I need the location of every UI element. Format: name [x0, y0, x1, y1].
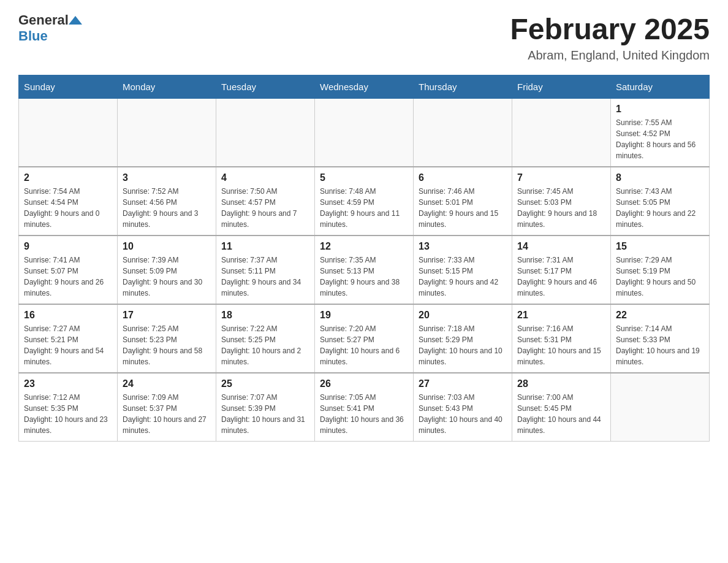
calendar-cell [216, 99, 315, 167]
day-number: 24 [123, 378, 211, 389]
calendar-week-row: 9Sunrise: 7:41 AMSunset: 5:07 PMDaylight… [19, 236, 710, 304]
calendar-cell [611, 373, 710, 442]
day-number: 3 [123, 172, 211, 183]
day-number: 11 [221, 241, 309, 252]
location-subtitle: Abram, England, United Kingdom [510, 48, 710, 63]
day-number: 6 [419, 172, 507, 183]
day-number: 1 [616, 104, 704, 115]
day-info: Sunrise: 7:14 AMSunset: 5:33 PMDaylight:… [616, 323, 704, 367]
day-info: Sunrise: 7:48 AMSunset: 4:59 PMDaylight:… [320, 186, 408, 230]
calendar-cell: 27Sunrise: 7:03 AMSunset: 5:43 PMDayligh… [414, 373, 512, 442]
day-info: Sunrise: 7:43 AMSunset: 5:05 PMDaylight:… [616, 186, 704, 230]
calendar-cell: 21Sunrise: 7:16 AMSunset: 5:31 PMDayligh… [512, 304, 611, 373]
calendar-cell [19, 99, 118, 167]
calendar-cell: 11Sunrise: 7:37 AMSunset: 5:11 PMDayligh… [216, 236, 315, 304]
calendar-cell [118, 99, 216, 167]
weekday-header-saturday: Saturday [611, 75, 710, 99]
day-number: 21 [517, 310, 605, 321]
day-info: Sunrise: 7:00 AMSunset: 5:45 PMDaylight:… [517, 392, 605, 436]
day-number: 14 [517, 241, 605, 252]
day-info: Sunrise: 7:09 AMSunset: 5:37 PMDaylight:… [123, 392, 211, 436]
day-info: Sunrise: 7:54 AMSunset: 4:54 PMDaylight:… [24, 186, 112, 230]
day-info: Sunrise: 7:22 AMSunset: 5:25 PMDaylight:… [221, 323, 309, 367]
page-header: General Blue February 2025 Abram, Englan… [18, 12, 710, 63]
calendar-cell: 17Sunrise: 7:25 AMSunset: 5:23 PMDayligh… [118, 304, 216, 373]
calendar-cell: 14Sunrise: 7:31 AMSunset: 5:17 PMDayligh… [512, 236, 611, 304]
calendar-cell: 26Sunrise: 7:05 AMSunset: 5:41 PMDayligh… [315, 373, 414, 442]
day-number: 9 [24, 241, 112, 252]
calendar-cell: 9Sunrise: 7:41 AMSunset: 5:07 PMDaylight… [19, 236, 118, 304]
calendar-week-row: 16Sunrise: 7:27 AMSunset: 5:21 PMDayligh… [19, 304, 710, 373]
day-info: Sunrise: 7:39 AMSunset: 5:09 PMDaylight:… [123, 255, 211, 299]
calendar-cell: 23Sunrise: 7:12 AMSunset: 5:35 PMDayligh… [19, 373, 118, 442]
day-info: Sunrise: 7:37 AMSunset: 5:11 PMDaylight:… [221, 255, 309, 299]
calendar-cell: 20Sunrise: 7:18 AMSunset: 5:29 PMDayligh… [414, 304, 512, 373]
day-number: 13 [419, 241, 507, 252]
calendar-cell: 15Sunrise: 7:29 AMSunset: 5:19 PMDayligh… [611, 236, 710, 304]
day-info: Sunrise: 7:52 AMSunset: 4:56 PMDaylight:… [123, 186, 211, 230]
calendar-week-row: 23Sunrise: 7:12 AMSunset: 5:35 PMDayligh… [19, 373, 710, 442]
day-number: 22 [616, 310, 704, 321]
calendar-cell: 2Sunrise: 7:54 AMSunset: 4:54 PMDaylight… [19, 167, 118, 236]
calendar-week-row: 1Sunrise: 7:55 AMSunset: 4:52 PMDaylight… [19, 99, 710, 167]
weekday-header-friday: Friday [512, 75, 611, 99]
calendar-cell: 8Sunrise: 7:43 AMSunset: 5:05 PMDaylight… [611, 167, 710, 236]
logo-general-text: General [18, 12, 69, 28]
weekday-header-row: SundayMondayTuesdayWednesdayThursdayFrid… [19, 75, 710, 99]
day-number: 8 [616, 172, 704, 183]
day-info: Sunrise: 7:35 AMSunset: 5:13 PMDaylight:… [320, 255, 408, 299]
day-number: 2 [24, 172, 112, 183]
weekday-header-thursday: Thursday [414, 75, 512, 99]
day-number: 27 [419, 378, 507, 389]
day-number: 5 [320, 172, 408, 183]
logo-blue-text: Blue [18, 28, 48, 44]
day-number: 26 [320, 378, 408, 389]
svg-marker-0 [69, 16, 82, 25]
calendar-cell: 6Sunrise: 7:46 AMSunset: 5:01 PMDaylight… [414, 167, 512, 236]
calendar-cell: 28Sunrise: 7:00 AMSunset: 5:45 PMDayligh… [512, 373, 611, 442]
logo-triangle-icon [69, 13, 82, 27]
day-info: Sunrise: 7:55 AMSunset: 4:52 PMDaylight:… [616, 117, 704, 161]
calendar-cell [315, 99, 414, 167]
day-number: 19 [320, 310, 408, 321]
day-info: Sunrise: 7:50 AMSunset: 4:57 PMDaylight:… [221, 186, 309, 230]
calendar-week-row: 2Sunrise: 7:54 AMSunset: 4:54 PMDaylight… [19, 167, 710, 236]
day-info: Sunrise: 7:20 AMSunset: 5:27 PMDaylight:… [320, 323, 408, 367]
day-info: Sunrise: 7:16 AMSunset: 5:31 PMDaylight:… [517, 323, 605, 367]
day-number: 25 [221, 378, 309, 389]
calendar-cell: 12Sunrise: 7:35 AMSunset: 5:13 PMDayligh… [315, 236, 414, 304]
calendar-cell: 22Sunrise: 7:14 AMSunset: 5:33 PMDayligh… [611, 304, 710, 373]
day-number: 7 [517, 172, 605, 183]
day-number: 12 [320, 241, 408, 252]
calendar-cell: 25Sunrise: 7:07 AMSunset: 5:39 PMDayligh… [216, 373, 315, 442]
calendar-cell: 7Sunrise: 7:45 AMSunset: 5:03 PMDaylight… [512, 167, 611, 236]
title-section: February 2025 Abram, England, United Kin… [510, 12, 710, 63]
calendar-cell: 24Sunrise: 7:09 AMSunset: 5:37 PMDayligh… [118, 373, 216, 442]
month-title: February 2025 [510, 12, 710, 46]
day-number: 28 [517, 378, 605, 389]
day-info: Sunrise: 7:29 AMSunset: 5:19 PMDaylight:… [616, 255, 704, 299]
day-info: Sunrise: 7:27 AMSunset: 5:21 PMDaylight:… [24, 323, 112, 367]
calendar-cell: 18Sunrise: 7:22 AMSunset: 5:25 PMDayligh… [216, 304, 315, 373]
weekday-header-monday: Monday [118, 75, 216, 99]
day-number: 23 [24, 378, 112, 389]
weekday-header-wednesday: Wednesday [315, 75, 414, 99]
day-number: 16 [24, 310, 112, 321]
day-info: Sunrise: 7:07 AMSunset: 5:39 PMDaylight:… [221, 392, 309, 436]
day-number: 4 [221, 172, 309, 183]
weekday-header-sunday: Sunday [19, 75, 118, 99]
calendar-cell: 1Sunrise: 7:55 AMSunset: 4:52 PMDaylight… [611, 99, 710, 167]
calendar-cell [414, 99, 512, 167]
calendar-cell: 16Sunrise: 7:27 AMSunset: 5:21 PMDayligh… [19, 304, 118, 373]
logo: General Blue [18, 12, 82, 44]
day-info: Sunrise: 7:03 AMSunset: 5:43 PMDaylight:… [419, 392, 507, 436]
calendar-table: SundayMondayTuesdayWednesdayThursdayFrid… [18, 75, 710, 442]
day-info: Sunrise: 7:45 AMSunset: 5:03 PMDaylight:… [517, 186, 605, 230]
weekday-header-tuesday: Tuesday [216, 75, 315, 99]
calendar-cell: 13Sunrise: 7:33 AMSunset: 5:15 PMDayligh… [414, 236, 512, 304]
day-info: Sunrise: 7:33 AMSunset: 5:15 PMDaylight:… [419, 255, 507, 299]
calendar-cell [512, 99, 611, 167]
day-number: 15 [616, 241, 704, 252]
day-number: 18 [221, 310, 309, 321]
day-info: Sunrise: 7:31 AMSunset: 5:17 PMDaylight:… [517, 255, 605, 299]
